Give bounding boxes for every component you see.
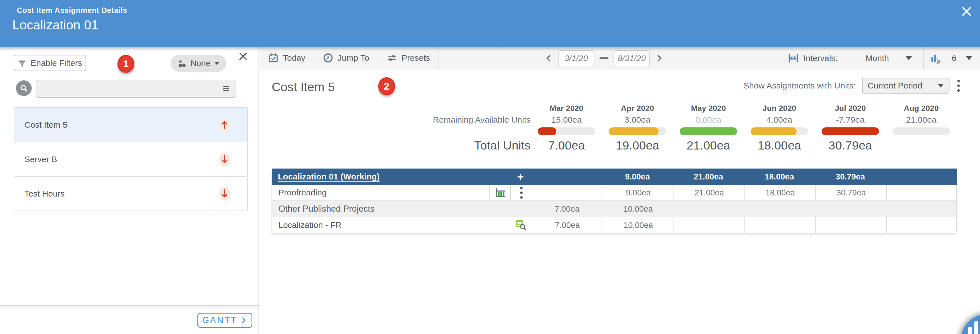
filter-icon	[18, 59, 27, 68]
close-panel-icon[interactable]	[237, 51, 249, 62]
remaining-units-value: 0.00ea	[673, 115, 744, 125]
trend-badge	[219, 152, 230, 166]
table-cell: 30.79ea	[815, 169, 886, 185]
list-item-test-hours[interactable]: Test Hours	[14, 176, 248, 211]
chevron-left-icon[interactable]	[544, 53, 553, 63]
month-label: Mar 2020	[531, 104, 602, 113]
table-cell	[673, 201, 745, 217]
detail-title: Cost Item 5	[272, 80, 335, 94]
shapes-icon	[178, 59, 187, 68]
date-to-input[interactable]	[614, 50, 650, 66]
list-item-label: Test Hours	[24, 189, 65, 198]
chevron-right-icon[interactable]	[655, 53, 663, 63]
table-cell[interactable]	[886, 217, 957, 233]
capacity-bar	[609, 127, 666, 135]
chevron-right-icon	[240, 317, 248, 324]
table-cell[interactable]	[886, 185, 957, 201]
capacity-bar	[892, 127, 950, 135]
dialog-header: Cost Item Assignment Details Localizatio…	[0, 0, 980, 47]
remaining-units-label: Remaining Available Units	[272, 115, 531, 125]
remaining-units-value: -7.79ea	[815, 115, 886, 125]
presets-button[interactable]: Presets	[378, 47, 439, 69]
date-from-input[interactable]	[558, 50, 595, 66]
table-cell[interactable]	[745, 217, 815, 233]
show-assignments-controls: Show Assignments with Units: Current Per…	[744, 78, 961, 93]
dialog-breadcrumb: Cost Item Assignment Details	[17, 6, 127, 15]
table-cell[interactable]: 10.00ea	[603, 217, 673, 233]
total-units-value: 19.00ea	[602, 139, 673, 152]
table-cell[interactable]	[815, 217, 886, 233]
presets-label: Presets	[401, 53, 430, 63]
assignment-detail-panel: Today Jump To Presets	[260, 47, 980, 334]
panel-bottom-divider	[0, 305, 259, 306]
interval-count-value: 6	[952, 54, 956, 63]
total-units-value: 7.00ea	[531, 139, 602, 152]
intervals-dropdown[interactable]: Month	[838, 54, 912, 63]
today-button[interactable]: Today	[260, 47, 314, 69]
table-cell	[886, 201, 957, 217]
assignments-table: Localization 01 (Working) + 9.00ea 21.00…	[272, 169, 957, 233]
table-cell[interactable]: 9.00ea	[603, 185, 673, 201]
search-icon[interactable]	[16, 80, 32, 96]
toolbar-divider	[439, 47, 439, 69]
list-item-server-b[interactable]: Server B	[14, 142, 248, 177]
table-cell: 18.00ea	[744, 169, 815, 185]
assignment-list-panel: Enable Filters None	[0, 47, 259, 334]
intervals-label: Intervals:	[803, 54, 838, 63]
availability-summary: Mar 2020 Apr 2020 May 2020 Jun 2020 Jul …	[272, 103, 957, 154]
annotation-badge-1: 1	[118, 55, 134, 73]
table-cell: 10.00ea	[603, 201, 673, 217]
table-cell	[745, 201, 815, 217]
assignment-name[interactable]: Localization - FR	[272, 217, 510, 233]
project-header-row: Localization 01 (Working) + 9.00ea 21.00…	[272, 169, 957, 185]
table-cell[interactable]	[673, 217, 745, 233]
table-cell[interactable]	[531, 185, 603, 201]
date-range-navigator	[544, 47, 663, 70]
gantt-button[interactable]: GANTT	[197, 313, 252, 328]
trend-badge	[219, 118, 230, 132]
row-options-menu-icon[interactable]	[510, 185, 531, 201]
trend-badge	[219, 187, 230, 201]
month-label: Jun 2020	[744, 104, 815, 113]
total-units-value: 30.79ea	[815, 139, 886, 152]
search-input[interactable]	[36, 84, 221, 93]
month-label: May 2020	[673, 104, 744, 113]
project-name-link[interactable]: Localization 01 (Working)	[272, 169, 510, 185]
timeline-toolbar: Today Jump To Presets	[260, 47, 980, 70]
intervals-value: Month	[865, 54, 889, 63]
list-item-cost-item-5[interactable]: Cost Item 5	[14, 107, 248, 142]
group-by-dropdown[interactable]: None	[171, 55, 226, 72]
jump-to-button[interactable]: Jump To	[314, 47, 378, 69]
gantt-label: GANTT	[202, 315, 237, 325]
show-assignments-select[interactable]: Current Period	[862, 78, 950, 93]
date-range-dash	[600, 57, 608, 59]
remaining-units-value: 4.00ea	[744, 115, 815, 125]
remaining-units-value: 15.00ea	[531, 115, 602, 125]
capacity-bar	[822, 127, 879, 135]
more-options-menu-icon[interactable]	[956, 79, 961, 93]
search-options-menu-icon[interactable]	[221, 84, 231, 93]
enable-filters-button[interactable]: Enable Filters	[14, 55, 86, 71]
trend-up-icon	[220, 119, 229, 131]
trend-down-icon	[220, 188, 229, 199]
capacity-bar	[680, 127, 737, 135]
table-cell[interactable]: 7.00ea	[531, 217, 603, 233]
bar-count-icon: #	[930, 52, 942, 64]
table-cell	[531, 169, 602, 185]
assignment-row-proofreading: Proofreading 9.00ea 21.00ea 18.00ea 30.7…	[272, 185, 956, 201]
assignment-name[interactable]: Proofreading	[272, 185, 489, 201]
table-cell[interactable]: 30.79ea	[815, 185, 886, 201]
close-dialog-icon[interactable]	[960, 5, 973, 18]
table-cell	[886, 169, 957, 185]
enable-filters-label: Enable Filters	[30, 58, 82, 68]
table-cell[interactable]: 18.00ea	[745, 185, 815, 201]
chevron-down-icon	[906, 56, 912, 60]
intervals-icon	[788, 53, 799, 64]
histogram-icon[interactable]	[489, 185, 510, 201]
list-item-label: Cost Item 5	[24, 120, 67, 130]
interval-count-dropdown[interactable]: # 6	[930, 52, 972, 64]
add-assignment-button[interactable]: +	[510, 169, 531, 185]
document-search-icon[interactable]	[510, 217, 531, 233]
toolbar-right-controls: Intervals: Month # 6	[788, 47, 980, 70]
table-cell[interactable]: 21.00ea	[673, 185, 745, 201]
